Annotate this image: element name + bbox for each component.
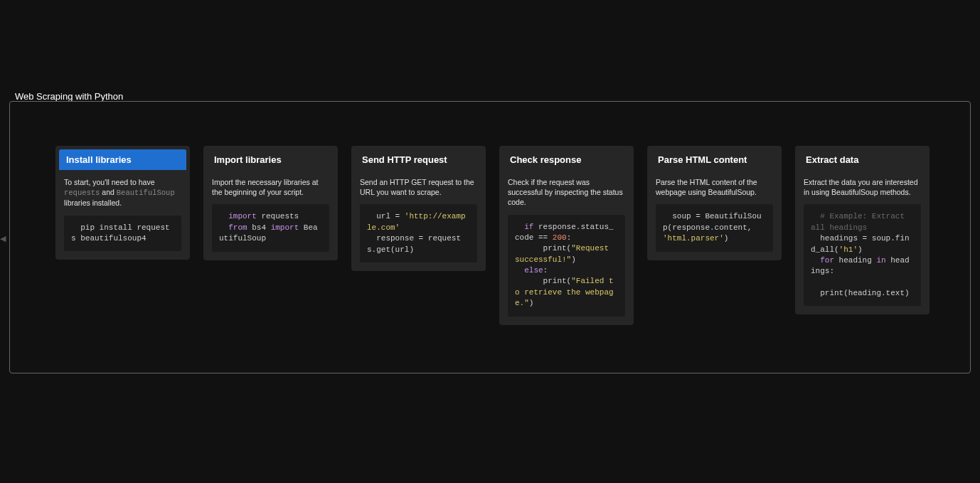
code-block[interactable]: import requests from bs4 import Beautifu… xyxy=(212,204,329,251)
step-description: Extract the data you are interested in u… xyxy=(795,170,930,203)
step-header: Parse HTML content xyxy=(651,149,778,170)
step-card-extract[interactable]: Extract data Extract the data you are in… xyxy=(795,146,930,314)
step-description: Parse the HTML content of the webpage us… xyxy=(647,170,782,203)
step-card-import[interactable]: Import libraries Import the necessary li… xyxy=(203,146,338,260)
tutorial-steps-container: Install libraries To start, you'll need … xyxy=(9,101,971,373)
step-header: Send HTTP request xyxy=(355,149,482,170)
step-header: Check response xyxy=(503,149,630,170)
inline-code: BeautifulSoup xyxy=(117,189,175,197)
step-description: Import the necessary libraries at the be… xyxy=(203,170,338,203)
step-description: To start, you'll need to have requests a… xyxy=(55,170,190,214)
step-card-install[interactable]: Install libraries To start, you'll need … xyxy=(55,146,190,260)
page-title: Web Scraping with Python xyxy=(15,91,123,102)
step-header: Import libraries xyxy=(207,149,334,170)
inline-code: requests xyxy=(64,189,100,197)
code-block[interactable]: if response.status_code == 200: print("R… xyxy=(508,215,625,317)
step-card-request[interactable]: Send HTTP request Send an HTTP GET reque… xyxy=(351,146,486,271)
step-header: Extract data xyxy=(799,149,926,170)
step-description: Check if the request was successful by i… xyxy=(499,170,634,213)
code-block[interactable]: # Example: Extract all headings headings… xyxy=(804,204,921,306)
code-block[interactable]: pip install requests beautifulsoup4 xyxy=(64,216,181,252)
chevron-left-icon: ◀ xyxy=(0,234,6,243)
step-description: Send an HTTP GET request to the URL you … xyxy=(351,170,486,203)
step-card-parse[interactable]: Parse HTML content Parse the HTML conten… xyxy=(647,146,782,260)
step-card-check[interactable]: Check response Check if the request was … xyxy=(499,146,634,325)
code-block[interactable]: url = 'http://example.com' response = re… xyxy=(360,204,477,262)
step-header: Install libraries xyxy=(59,149,186,170)
code-block[interactable]: soup = BeautifulSoup(response.content, '… xyxy=(656,204,773,251)
